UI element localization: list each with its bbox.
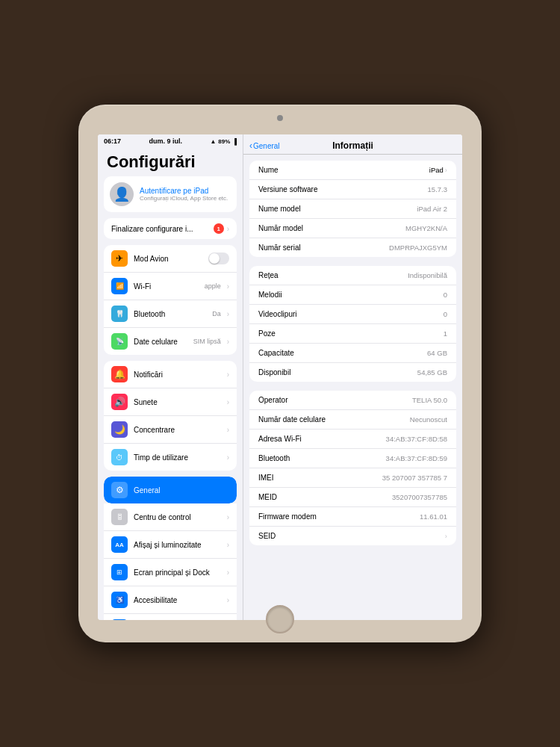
wifi-settings-icon: 📶	[111, 278, 128, 294]
info-row-meid: MEID 35207007357785	[249, 488, 456, 507]
cellular-value: SIM lipsă	[193, 338, 221, 345]
notify-right: 1 ›	[214, 223, 229, 234]
settings-sidebar: 06:17 dum. 9 iul. ▲ 89% ▐ Configurări 👤 …	[98, 134, 243, 620]
notifications-icon: 🔔	[111, 366, 128, 382]
cellular-label: Date celulare	[134, 338, 187, 346]
nume-label: Nume	[258, 166, 279, 174]
retea-label: Rețea	[258, 271, 279, 279]
sunete-chevron: ›	[227, 398, 229, 406]
avatar: 👤	[110, 182, 134, 206]
home-screen-icon: ⊞	[111, 564, 128, 580]
back-chevron-icon: ‹	[249, 140, 252, 151]
info-row-seid[interactable]: SEID ›	[249, 527, 456, 545]
info-row-melodii: Melodii 0	[249, 285, 456, 305]
wifi-value: apple	[205, 282, 221, 290]
model-name-value: iPad Air 2	[417, 205, 447, 213]
accessibility-icon: ♿	[111, 592, 128, 608]
info-row-serial: Număr serial DMPRPAJXG5YM	[249, 238, 456, 257]
info-group-3: Operator TELIA 50.0 Număr date celulare …	[249, 391, 456, 545]
general-item[interactable]: ⚙ General	[104, 477, 237, 503]
imei-value: 35 207007 357785 7	[382, 474, 447, 482]
info-row-nume[interactable]: Nume iPad ›	[249, 161, 456, 180]
centru-control-item[interactable]: 🎛 Centru de control ›	[104, 503, 237, 531]
camera-dot	[277, 115, 283, 121]
airplane-icon: ✈	[111, 250, 128, 267]
wifi-icon: ▲	[210, 138, 216, 145]
info-row-operator: Operator TELIA 50.0	[249, 391, 456, 410]
software-label: Versiune software	[258, 185, 318, 193]
firmware-label: Firmware modem	[258, 512, 317, 521]
timp-utilizare-item[interactable]: ⏱ Timp de utilizare ›	[104, 444, 237, 471]
ecran-chevron: ›	[227, 568, 229, 577]
profile-sub: Configurați iCloud, App Store etc.	[140, 195, 228, 202]
bluetooth-item[interactable]: 🦷 Bluetooth Da ›	[104, 300, 237, 328]
battery-percent: 89%	[218, 138, 230, 145]
status-date: dum. 9 iul.	[149, 137, 182, 145]
connectivity-group: ✈ Mod Avion 📶 Wi-Fi apple › 🦷	[104, 245, 237, 355]
profile-section[interactable]: 👤 Autentificare pe iPad Configurați iClo…	[104, 176, 237, 212]
cellular-chevron: ›	[227, 338, 229, 346]
sunete-item[interactable]: 🔊 Sunete ›	[104, 388, 237, 416]
serial-label: Număr serial	[258, 244, 301, 252]
firmware-value: 11.61.01	[420, 512, 447, 521]
notify-label: Finalizare configurare i...	[111, 225, 193, 233]
info-title: Informații	[252, 140, 453, 151]
info-row-imei: IMEI 35 207007 357785 7	[249, 468, 456, 488]
concentrare-item[interactable]: 🌙 Concentrare ›	[104, 416, 237, 444]
centru-chevron: ›	[227, 513, 229, 521]
wifi-addr-label: Adresa Wi-Fi	[258, 435, 302, 443]
melodii-label: Melodii	[258, 291, 282, 299]
focus-icon: 🌙	[111, 421, 128, 438]
ipad-screen: 06:17 dum. 9 iul. ▲ 89% ▐ Configurări 👤 …	[98, 134, 462, 620]
wifi-chevron: ›	[227, 282, 229, 291]
bluetooth-icon: 🦷	[111, 306, 128, 322]
capacitate-label: Capacitate	[258, 349, 294, 357]
general-label: General	[134, 486, 229, 495]
serial-value: DMPRPAJXG5YM	[389, 244, 447, 252]
mod-avion-item[interactable]: ✈ Mod Avion	[104, 245, 237, 273]
afisaj-item[interactable]: AA Afișaj și luminozitate ›	[104, 531, 237, 559]
mod-avion-toggle[interactable]	[208, 252, 229, 264]
notificari-item[interactable]: 🔔 Notificări ›	[104, 361, 237, 388]
settings-scroll: ✈ Mod Avion 📶 Wi-Fi apple › 🦷	[98, 245, 243, 620]
meid-value: 35207007357785	[392, 493, 447, 501]
nume-value: iPad ›	[429, 166, 447, 174]
info-row-capacitate: Capacitate 64 GB	[249, 344, 456, 363]
notify-row[interactable]: Finalizare configurare i... 1 ›	[104, 218, 237, 239]
profile-link: Autentificare pe iPad	[140, 187, 228, 195]
notifications-group: 🔔 Notificări › 🔊 Sunete › 🌙 Concentrare …	[104, 361, 237, 471]
seid-label: SEID	[258, 532, 276, 540]
info-row-model-num: Număr model MGHY2KN/A	[249, 219, 456, 238]
wifi-item[interactable]: 📶 Wi-Fi apple ›	[104, 273, 237, 300]
cellular-icon: 📡	[111, 333, 128, 350]
info-row-wifi-addr: Adresa Wi-Fi 34:AB:37:CF:8D:58	[249, 430, 456, 449]
poze-value: 1	[444, 329, 447, 338]
info-row-disponibil: Disponibil 54,85 GB	[249, 363, 456, 382]
numar-date-label: Număr date celulare	[258, 415, 326, 424]
date-celulare-item[interactable]: 📡 Date celulare SIM lipsă ›	[104, 328, 237, 355]
fundal-item[interactable]: 🌅 Fundal ›	[104, 614, 237, 620]
back-button[interactable]: ‹ General	[249, 140, 280, 151]
accesibilitate-item[interactable]: ♿ Accesibilitate ›	[104, 586, 237, 614]
ecran-item[interactable]: ⊞ Ecran principal și Dock ›	[104, 559, 237, 586]
home-button[interactable]	[266, 605, 294, 633]
info-group-1: Nume iPad › Versiune software 15.7.3 Num…	[249, 161, 456, 257]
info-row-video: Videoclipuri 0	[249, 305, 456, 324]
bt-addr-value: 34:AB:37:CF:8D:59	[386, 454, 447, 462]
video-label: Videoclipuri	[258, 310, 297, 318]
concentrare-chevron: ›	[227, 426, 229, 434]
seid-chevron: ›	[445, 532, 447, 540]
info-row-retea: Rețea Indisponibilă	[249, 266, 456, 285]
bluetooth-value: Da	[212, 310, 221, 317]
retea-value: Indisponibilă	[408, 271, 447, 279]
control-center-icon: 🎛	[111, 509, 128, 525]
back-label: General	[253, 142, 280, 150]
status-bar: 06:17 dum. 9 iul. ▲ 89% ▐	[98, 134, 243, 146]
mod-avion-label: Mod Avion	[134, 255, 202, 263]
info-row-firmware: Firmware modem 11.61.01	[249, 507, 456, 527]
info-content: Nume iPad › Versiune software 15.7.3 Num…	[243, 155, 462, 620]
info-panel: ‹ General Informații Nume iPad › Versiun…	[243, 134, 462, 620]
info-row-model-name: Nume model iPad Air 2	[249, 199, 456, 219]
melodii-value: 0	[444, 291, 447, 299]
centru-control-label: Centru de control	[134, 513, 221, 521]
